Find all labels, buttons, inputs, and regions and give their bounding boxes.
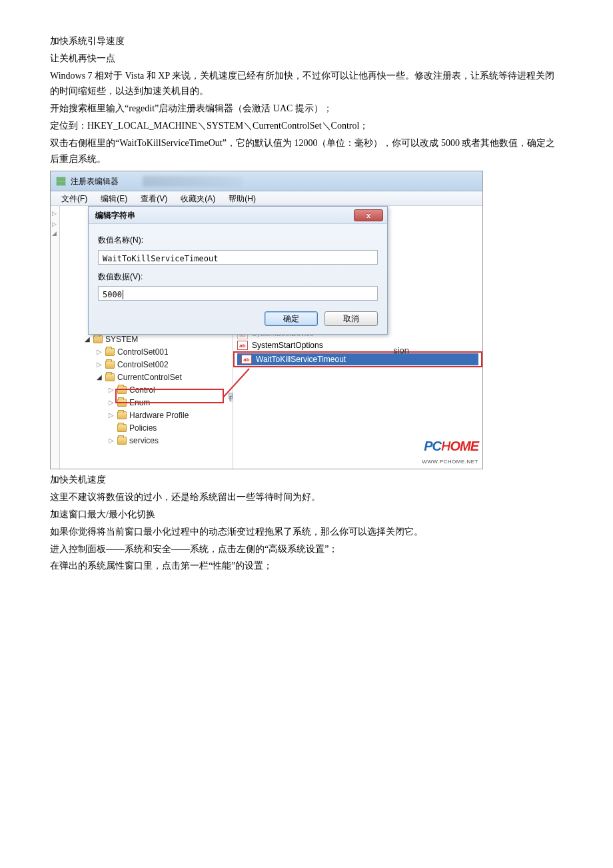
menu-view[interactable]: 查看(V): [134, 191, 174, 207]
paragraph: 在弹出的系统属性窗口里，点击第一栏“性能”的设置；: [50, 558, 563, 574]
cancel-button[interactable]: 取消: [324, 311, 378, 326]
ok-button[interactable]: 确定: [265, 311, 318, 326]
tree-node-control[interactable]: ▷ Control: [84, 383, 233, 396]
tree-node-controlset002[interactable]: ▷ ControlSet002: [84, 358, 233, 371]
menu-help[interactable]: 帮助(H): [222, 191, 263, 207]
paragraph: 进入控制面板——系统和安全——系统，点击左侧的“高级系统设置”；: [50, 541, 563, 557]
expander-open-icon[interactable]: ◢: [96, 371, 103, 383]
folder-icon: [93, 335, 103, 343]
paragraph: 这里不建议将数值设的过小，还是给系统留出一些等待时间为好。: [50, 489, 563, 505]
expander-icon[interactable]: ▷: [108, 409, 115, 421]
paragraph: 加快关机速度: [50, 472, 563, 488]
tree-label: Control: [129, 383, 155, 397]
svg-rect-0: [57, 177, 61, 181]
tree-label: CurrentControlSet: [117, 371, 182, 384]
folder-icon: [105, 373, 115, 381]
tree-node-currentcontrolset[interactable]: ◢ CurrentControlSet: [84, 371, 233, 383]
watermark-url: WWW.PCHOME.NET: [422, 457, 478, 467]
window-title: 注册表编辑器: [71, 175, 119, 188]
paragraph: 定位到：HKEY_LOCAL_MACHINE＼SYSTEM＼CurrentCon…: [50, 118, 563, 134]
expander-icon[interactable]: ▷: [108, 384, 115, 395]
title-blur: [143, 176, 243, 187]
folder-icon: [117, 424, 127, 432]
tree-label: Policies: [129, 421, 157, 435]
menu-bar: 文件(F) 编辑(E) 查看(V) 收藏夹(A) 帮助(H): [51, 191, 482, 206]
svg-rect-1: [61, 177, 65, 181]
expander-open-icon[interactable]: ◢: [84, 333, 91, 345]
pchome-watermark: PCHOME WWW.PCHOME.NET: [422, 435, 478, 467]
expander-icon[interactable]: ▷: [108, 435, 115, 446]
tree-node-hardware-profile[interactable]: ▷ Hardware Profile: [84, 409, 233, 421]
tree-node-policies[interactable]: ▷ Policies: [84, 421, 233, 434]
folder-icon: [105, 361, 115, 369]
folder-icon: [117, 437, 127, 445]
menu-edit[interactable]: 编辑(E): [94, 191, 134, 207]
clipped-text: sion: [393, 343, 409, 358]
expander-icon[interactable]: ▷: [108, 397, 115, 408]
highlighted-value: ab WaitToKillServiceTimeout: [233, 351, 482, 367]
paragraph: 开始搜索框里输入“regedit”启动注册表编辑器（会激活 UAC 提示）；: [50, 101, 563, 117]
paragraph: 加速窗口最大/最小化切换: [50, 507, 563, 523]
tree-node-enum[interactable]: ▷ Enum: [84, 396, 233, 409]
name-label: 数值名称(N):: [98, 233, 378, 247]
tree-node-system[interactable]: ◢ SYSTEM: [84, 333, 233, 345]
expander-icon[interactable]: ▷: [96, 346, 103, 357]
string-value-icon: ab: [241, 355, 252, 364]
svg-rect-2: [57, 182, 61, 185]
paragraph: 加快系统引导速度: [50, 33, 563, 49]
paragraph: 让关机再快一点: [50, 51, 563, 67]
menu-favorites[interactable]: 收藏夹(A): [174, 191, 222, 207]
expander-icon[interactable]: ▷: [96, 359, 103, 370]
paragraph: 双击右侧框里的“WaitToKillServiceTimeOut”，它的默认值为…: [50, 135, 563, 167]
folder-icon: [117, 386, 127, 394]
tree-label: services: [129, 434, 159, 447]
dialog-titlebar[interactable]: 编辑字符串 x: [89, 207, 387, 224]
svg-rect-3: [61, 182, 65, 185]
paragraph: 如果你觉得将当前窗口最小化过程中的动态渐变过程拖累了系统，那么你可以选择关闭它。: [50, 524, 563, 540]
folder-icon: [105, 348, 115, 356]
data-label: 数值数据(V):: [98, 270, 378, 283]
folder-icon: [117, 399, 127, 407]
regedit-icon: [56, 176, 67, 187]
tree-label: Enum: [129, 396, 150, 409]
string-value-icon: ab: [237, 341, 248, 350]
regedit-screenshot: 注册表编辑器 文件(F) 编辑(E) 查看(V) 收藏夹(A) 帮助(H) ▷ …: [50, 171, 483, 469]
left-gutter: ▷ ▷ ◢: [51, 206, 60, 469]
tree-node-controlset001[interactable]: ▷ ControlSet001: [84, 345, 233, 358]
tree-label: ControlSet001: [117, 345, 169, 359]
value-row[interactable]: ab SystemStartOptions: [233, 339, 482, 351]
dialog-title: 编辑字符串: [95, 209, 135, 222]
paragraph: Windows 7 相对于 Vista 和 XP 来说，关机速度已经有所加快，不…: [50, 68, 563, 100]
tree-node-services[interactable]: ▷ services: [84, 434, 233, 447]
value-name: WaitToKillServiceTimeout: [256, 353, 346, 366]
menu-file[interactable]: 文件(F): [55, 191, 94, 207]
data-input[interactable]: 5000: [98, 286, 378, 301]
close-button[interactable]: x: [354, 209, 383, 221]
value-row-selected[interactable]: ab WaitToKillServiceTimeout: [237, 353, 478, 365]
name-input[interactable]: WaitToKillServiceTimeout: [98, 250, 378, 265]
window-titlebar: 注册表编辑器: [51, 171, 482, 191]
edit-string-dialog: 编辑字符串 x 数值名称(N): WaitToKillServiceTimeou…: [88, 206, 388, 335]
tree-label: ControlSet002: [117, 358, 169, 371]
tree-label: Hardware Profile: [129, 409, 189, 422]
folder-icon: [117, 411, 127, 419]
value-name: SystemStartOptions: [252, 339, 323, 352]
